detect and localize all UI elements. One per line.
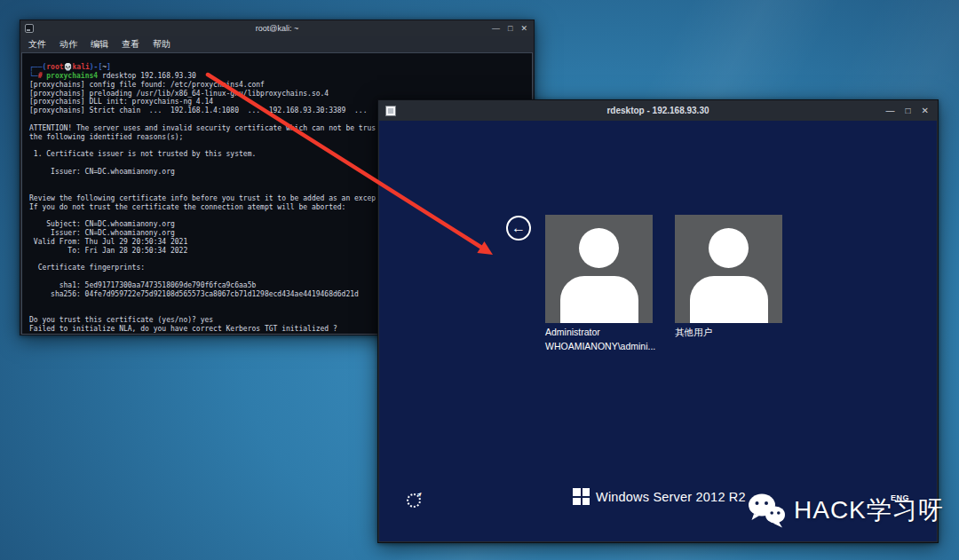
user-tile-administrator[interactable] [545, 215, 653, 323]
menu-help[interactable]: 帮助 [153, 38, 170, 51]
avatar [560, 276, 638, 323]
menu-edit[interactable]: 编辑 [91, 38, 108, 51]
minimize-icon[interactable]: — [492, 24, 500, 33]
user-domain: WHOAMIANONY\admini... [545, 340, 655, 353]
avatar [690, 276, 768, 323]
avatar [579, 228, 619, 268]
terminal-titlebar[interactable]: root@kali: ~ — □ ✕ [20, 20, 534, 36]
user-tile-other-user[interactable] [675, 215, 782, 323]
user-name: 其他用户 [675, 326, 712, 339]
menu-actions[interactable]: 动作 [59, 38, 77, 51]
kali-desktop: root@kali: ~ — □ ✕ 文件 动作 编辑 查看 帮助 ┌──(ro… [0, 0, 959, 560]
branding-text: Windows Server 2012 R2 [596, 490, 746, 504]
user-name: Administrator [545, 326, 600, 339]
menu-file[interactable]: 文件 [28, 38, 46, 51]
avatar [709, 228, 749, 268]
rdesktop-window: rdesktop - 192.168.93.30 — □ ✕ ← Adminis… [377, 99, 939, 543]
windows-logon-screen: ← Administrator WHOAMIANONY\admini... 其他… [379, 121, 937, 541]
close-icon[interactable]: ✕ [922, 106, 929, 115]
rdesktop-window-title: rdesktop - 192.168.93.30 [378, 106, 938, 115]
terminal-window-icon [25, 24, 34, 33]
minimize-icon[interactable]: — [886, 106, 895, 115]
back-button[interactable]: ← [506, 216, 531, 241]
windows-branding: Windows Server 2012 R2 [573, 488, 746, 505]
windows-logo-icon [573, 488, 590, 505]
close-icon[interactable]: ✕ [520, 24, 527, 33]
maximize-icon[interactable]: □ [906, 106, 911, 115]
language-indicator[interactable]: ENG [891, 493, 909, 502]
terminal-window-title: root@kali: ~ [20, 24, 534, 33]
menu-view[interactable]: 查看 [122, 38, 139, 51]
maximize-icon[interactable]: □ [508, 24, 512, 33]
rdesktop-titlebar[interactable]: rdesktop - 192.168.93.30 — □ ✕ [378, 100, 938, 121]
back-arrow-icon: ← [511, 220, 526, 236]
rdesktop-window-icon [385, 106, 396, 116]
terminal-menubar: 文件 动作 编辑 查看 帮助 [20, 36, 534, 52]
ease-of-access-icon[interactable] [407, 493, 421, 508]
